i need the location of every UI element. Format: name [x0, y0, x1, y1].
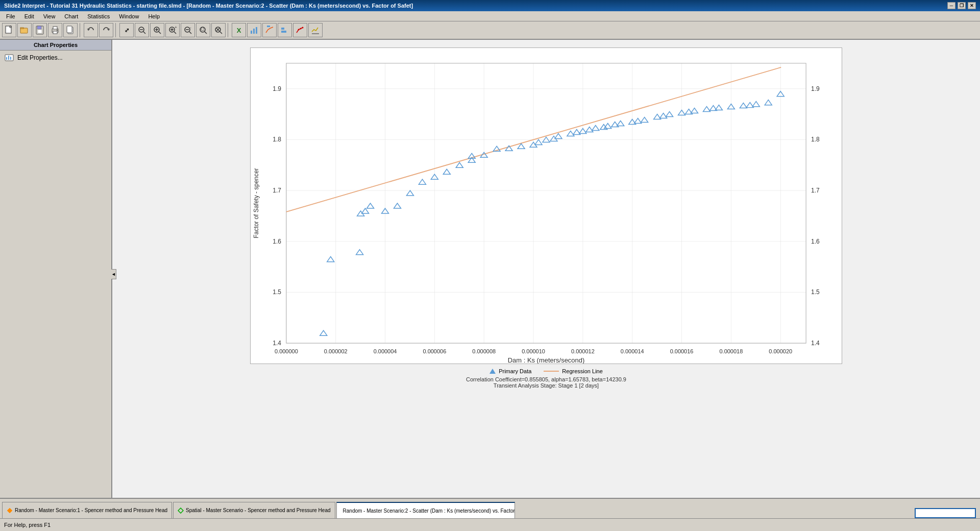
- svg-rect-38: [253, 29, 255, 34]
- svg-text:Factor of Safety - spencer: Factor of Safety - spencer: [253, 168, 260, 238]
- sidebar-collapse-arrow[interactable]: ◄: [111, 269, 116, 279]
- tab-random-scenario1[interactable]: Random - Master Scenario:1 - Spencer met…: [2, 502, 172, 518]
- svg-rect-7: [38, 30, 42, 33]
- svg-text:1.4: 1.4: [273, 340, 281, 347]
- svg-rect-13: [67, 26, 72, 33]
- svg-rect-40: [267, 26, 270, 27]
- toolbar-save[interactable]: [33, 23, 47, 37]
- legend-triangle-icon: [489, 369, 496, 374]
- tab-scatter-active[interactable]: Random - Master Scenario:2 - Scatter (Da…: [336, 502, 515, 518]
- toolbar-copy-clipboard[interactable]: [63, 23, 78, 37]
- toolbar-redo[interactable]: [99, 23, 113, 37]
- menu-window[interactable]: Window: [115, 12, 143, 20]
- legend-primary-label: Primary Data: [499, 368, 531, 374]
- svg-text:Dam : Ks (meters/second): Dam : Ks (meters/second): [508, 356, 585, 364]
- svg-text:0.000020: 0.000020: [769, 348, 792, 354]
- svg-text:1.6: 1.6: [273, 238, 281, 245]
- chart-container: 1.9 1.8 1.7 1.6 1.5 1.4 1.9 1.8 1.7 1.6 …: [250, 47, 842, 364]
- legend-regression: Regression Line: [544, 368, 603, 374]
- bottom-tabs: Random - Master Scenario:1 - Spencer met…: [0, 498, 980, 518]
- svg-rect-10: [53, 31, 57, 34]
- legend-area: Primary Data Regression Line Correlation…: [466, 368, 626, 389]
- toolbar-zoom-out-click[interactable]: -: [181, 23, 195, 37]
- toolbar-zoom-cursor[interactable]: [150, 23, 164, 37]
- minimize-button[interactable]: ─: [947, 2, 955, 9]
- status-bar: For Help, press F1: [0, 518, 980, 531]
- close-button[interactable]: ✕: [968, 2, 976, 9]
- svg-point-43: [298, 29, 300, 31]
- svg-text:1.9: 1.9: [273, 85, 281, 92]
- toolbar-export-excel[interactable]: X: [232, 23, 246, 37]
- svg-rect-0: [6, 26, 11, 33]
- toolbar-undo[interactable]: [84, 23, 98, 37]
- restore-button[interactable]: ❐: [958, 2, 966, 9]
- toolbar-print[interactable]: [48, 23, 62, 37]
- toolbar-zoom-window[interactable]: [196, 23, 210, 37]
- svg-text:0.000018: 0.000018: [719, 348, 743, 354]
- svg-rect-51: [251, 48, 842, 364]
- toolbar-chart-type-5[interactable]: [308, 23, 323, 37]
- svg-point-45: [302, 27, 304, 29]
- svg-text:0.000016: 0.000016: [670, 348, 694, 354]
- svg-line-15: [143, 32, 145, 34]
- toolbar-open[interactable]: [17, 23, 32, 37]
- menu-statistics[interactable]: Statistics: [83, 12, 114, 20]
- svg-rect-49: [8, 56, 9, 60]
- svg-rect-4: [20, 28, 23, 29]
- toolbar-zoom-in-click[interactable]: +: [165, 23, 180, 37]
- chart-svg: 1.9 1.8 1.7 1.6 1.5 1.4 1.9 1.8 1.7 1.6 …: [251, 48, 842, 364]
- menu-view[interactable]: View: [39, 12, 60, 20]
- svg-text:1.7: 1.7: [811, 187, 820, 194]
- svg-rect-42: [281, 31, 286, 33]
- toolbar-fit[interactable]: ⤢: [119, 23, 134, 37]
- svg-text:1.8: 1.8: [273, 136, 281, 143]
- svg-text:0.000006: 0.000006: [423, 348, 446, 354]
- title-bar-buttons: ─ ❐ ✕: [947, 2, 976, 9]
- svg-text:1.9: 1.9: [811, 85, 820, 92]
- svg-point-44: [300, 28, 302, 30]
- legend-row: Primary Data Regression Line: [489, 368, 603, 374]
- search-input[interactable]: [915, 508, 976, 518]
- svg-rect-9: [53, 27, 57, 29]
- menu-file[interactable]: File: [2, 12, 19, 20]
- tab-diamond-icon-1: [7, 508, 13, 514]
- menu-help[interactable]: Help: [144, 12, 164, 20]
- toolbar-zoom-all[interactable]: [211, 23, 226, 37]
- title-bar: Slide2 Interpret - Tutorial 31 Hydraulic…: [0, 0, 980, 11]
- svg-point-11: [57, 30, 58, 31]
- tab-scatter-label: Random - Master Scenario:2 - Scatter (Da…: [343, 508, 515, 514]
- toolbar-new[interactable]: [2, 23, 16, 37]
- svg-text:0.000010: 0.000010: [522, 348, 545, 354]
- svg-text:1.4: 1.4: [811, 340, 820, 347]
- separator-3: [228, 23, 230, 37]
- svg-text:0.000002: 0.000002: [324, 348, 348, 354]
- svg-text:+: +: [175, 26, 177, 30]
- help-text: For Help, press F1: [4, 522, 51, 528]
- toolbar-chart-type-2[interactable]: [262, 23, 277, 37]
- toolbar-chart-type-1[interactable]: [247, 23, 261, 37]
- legend-primary: Primary Data: [489, 368, 531, 374]
- svg-text:0.000004: 0.000004: [374, 348, 397, 354]
- svg-text:1.8: 1.8: [811, 136, 820, 143]
- svg-rect-50: [10, 57, 11, 60]
- edit-properties-item[interactable]: Edit Properties...: [0, 51, 111, 65]
- svg-text:0.000000: 0.000000: [275, 348, 298, 354]
- tab-spatial-scenario[interactable]: Spatial - Master Scenario - Spencer meth…: [173, 502, 335, 518]
- stats-line2: Transient Analysis Stage: Stage 1 [2 day…: [466, 382, 626, 389]
- toolbar-chart-type-3[interactable]: [278, 23, 292, 37]
- stats-line1: Correlation Coefficient=0.855805, alpha=…: [466, 376, 626, 382]
- svg-text:1.7: 1.7: [273, 187, 281, 194]
- tab-diamond-icon-2: [178, 508, 184, 514]
- svg-text:0.000014: 0.000014: [621, 348, 644, 354]
- sidebar-header: Chart Properties: [0, 40, 111, 51]
- svg-line-34: [220, 32, 222, 34]
- toolbar: ⤢ + - X: [0, 21, 980, 40]
- chart-properties-icon: [4, 53, 14, 63]
- toolbar-chart-type-4[interactable]: [293, 23, 307, 37]
- legend-line-icon: [544, 371, 559, 372]
- svg-text:1.5: 1.5: [811, 288, 820, 296]
- menu-edit[interactable]: Edit: [20, 12, 38, 20]
- main-area: Chart Properties Edit Properties... ◄: [0, 40, 980, 498]
- menu-chart[interactable]: Chart: [60, 12, 82, 20]
- toolbar-zoom-out[interactable]: [135, 23, 149, 37]
